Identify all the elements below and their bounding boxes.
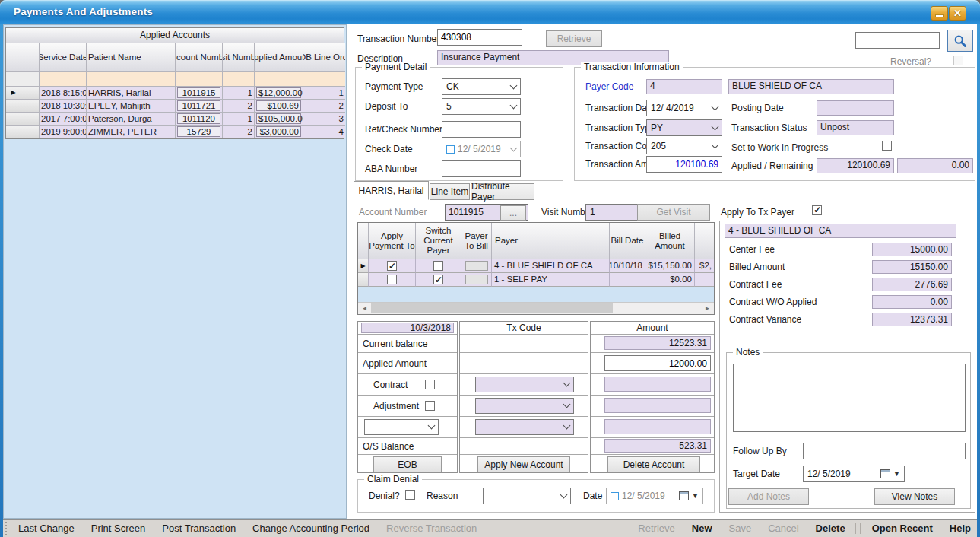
horizontal-scrollbar[interactable]: ◄ ► [358,302,714,314]
column-header-billed-amount[interactable]: Billed Amount [645,223,695,259]
scroll-left-icon[interactable]: ◄ [358,303,371,314]
print-screen-button[interactable]: Print Screen [83,523,154,534]
column-header-apply-payment-to[interactable]: Apply Payment To [369,223,416,259]
apply-payment-checkbox[interactable] [387,275,397,284]
tab-harris-harilal[interactable]: HARRIS, Harilal [354,181,429,200]
transaction-amount-input[interactable] [646,156,722,173]
denial-checkbox[interactable] [405,490,415,500]
transaction-number-input[interactable] [437,29,522,46]
tab-distribute-payer[interactable]: Distribute Payer [471,183,534,200]
open-recent-button[interactable]: Open Recent [864,523,941,534]
table-row[interactable]: 2018 10:30:0 EPLEY, Mahijith 1011721 2 $… [6,100,344,113]
apply-payment-checkbox[interactable] [387,261,397,271]
chevron-down-icon [510,144,518,151]
minimize-button[interactable] [931,6,948,21]
payer-code-link[interactable]: Payer Code [585,81,633,92]
save-button[interactable]: Save [721,523,760,534]
reversal-checkbox[interactable] [953,56,963,65]
check-date-picker[interactable]: 12/ 5/2019 [442,141,521,157]
deposit-to-select[interactable]: 5 [442,98,521,115]
extra-amount-input[interactable] [604,419,711,434]
switch-payer-checkbox[interactable] [433,261,443,271]
table-row[interactable]: 2017 7:00:0 Paterson, Durga 1011120 1 $1… [6,113,344,126]
view-notes-button[interactable]: View Notes [874,488,955,505]
follow-up-by-input[interactable] [803,443,966,459]
contract-amount-input[interactable] [604,377,711,392]
column-header-patient-name[interactable]: Patient Name [87,43,176,72]
account-lookup-button[interactable]: ... [500,205,526,221]
column-header-visit-number[interactable]: Visit Number [223,43,255,72]
contract-checkbox[interactable] [425,380,435,389]
scroll-right-icon[interactable]: ► [701,303,714,314]
payer-code-field: 4 [646,79,722,94]
scrollbar-thumb[interactable] [371,303,613,313]
adjustment-checkbox[interactable] [425,401,435,411]
contract-fee-value: 2776.69 [872,278,952,291]
table-row[interactable]: 2019 9:00:0 ZIMMER, PETER 15729 2 $3,000… [6,126,344,138]
add-notes-button[interactable]: Add Notes [728,488,809,505]
payer-row[interactable]: 1 - SELF PAY $0.00 [358,273,714,287]
column-header-payer[interactable]: Payer [492,223,610,259]
selector-column-header [6,43,21,72]
aba-number-input[interactable] [442,160,521,177]
retrieve-button[interactable]: Retrieve [630,523,683,534]
adjustment-txcode-select[interactable] [475,398,574,414]
contract-txcode-select[interactable] [475,377,574,392]
amount-table-amount-column: Amount 12523.31 523.31 Delete Account [590,321,715,473]
post-transaction-button[interactable]: Post Transaction [154,523,244,534]
delete-account-button[interactable]: Delete Account [607,456,700,472]
adjustment-amount-input[interactable] [604,398,711,413]
column-header-service-date[interactable]: Service Date [40,43,87,72]
column-header-payer-to-bill[interactable]: Payer To Bill [461,223,492,259]
column-header-switch-current-payer[interactable]: Switch Current Payer [416,223,461,259]
payer-summary-header: 4 - BLUE SHIELD OF CA [725,224,956,238]
applied-amount-input[interactable] [604,355,711,371]
retrieve-transaction-button[interactable]: Retrieve [546,30,602,47]
payer-row[interactable]: ▶ 4 - BLUE SHIELD OF CA 10/10/18 $15,150… [358,259,714,273]
table-row[interactable]: ▶ 2018 8:15:0 HARRIS, Harilal 1011915 1 … [6,87,344,100]
chevron-down-icon [712,103,719,110]
transaction-information-title: Transaction Information [581,62,683,72]
transaction-type-select[interactable]: PY [646,119,722,136]
applied-accounts-table: Applied Accounts Service Date Patient Na… [5,27,344,139]
extra-type-select[interactable] [364,419,439,435]
check-date-checkbox[interactable] [446,145,455,154]
eob-button[interactable]: EOB [373,456,442,472]
switch-payer-checkbox[interactable] [433,275,443,284]
last-change-button[interactable]: Last Change [10,523,83,534]
title-bar: Payments And Adjustments ✕ [0,0,980,24]
delete-button[interactable]: Delete [807,523,854,534]
denial-label: Denial? [369,491,400,501]
payment-type-select[interactable]: CK [442,78,521,95]
search-input[interactable] [855,32,940,49]
search-button[interactable] [947,30,973,52]
reverse-transaction-button[interactable]: Reverse Transaction [378,523,485,534]
column-header-bill-date[interactable]: Bill Date [610,223,645,259]
denial-reason-select[interactable] [483,488,571,504]
apply-to-tx-payer-checkbox[interactable] [812,205,822,215]
column-header-applied-amount[interactable]: Applied Amount [255,43,303,72]
chevron-down-icon [563,422,571,430]
payment-detail-group: Payment Detail Payment Type CK Deposit T… [355,67,563,181]
extra-txcode-select[interactable] [475,419,574,435]
work-in-progress-checkbox[interactable] [882,141,892,151]
get-visit-button[interactable]: Get Visit [637,204,710,221]
column-header-eob-line-order[interactable]: EOB Line Order [303,43,345,72]
filter-row[interactable] [6,72,344,87]
target-date-picker[interactable]: 12/ 5/2019 ▼ [803,466,905,482]
notes-textarea[interactable] [733,364,966,432]
ref-check-number-input[interactable] [442,121,521,138]
tab-line-item[interactable]: Line Item [430,183,470,200]
apply-new-account-button[interactable]: Apply New Account [477,456,570,472]
denial-date-checkbox[interactable] [611,492,619,500]
column-header-account-number[interactable]: Account Number [176,43,223,72]
cancel-button[interactable]: Cancel [760,523,807,534]
close-button[interactable]: ✕ [949,6,966,21]
denial-date-picker[interactable]: 12/ 5/2019 ▼ [606,488,703,504]
window-content: Applied Accounts Service Date Patient Na… [3,24,977,519]
new-button[interactable]: New [683,523,721,534]
transaction-code-select[interactable]: 205 [646,138,722,154]
change-accounting-period-button[interactable]: Change Accounting Period [244,523,378,534]
transaction-date-select[interactable]: 12/ 4/2019 [646,100,722,116]
help-button[interactable]: Help [941,523,977,534]
